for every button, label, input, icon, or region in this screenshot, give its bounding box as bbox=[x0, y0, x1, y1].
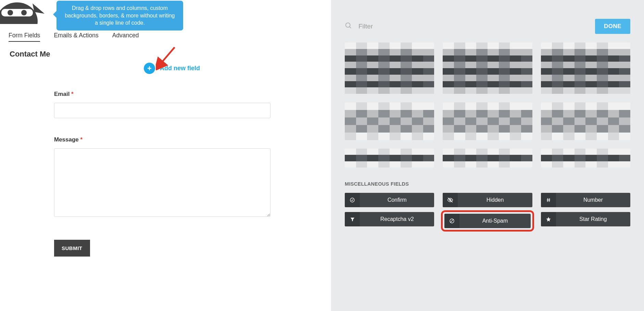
svg-point-4 bbox=[346, 23, 350, 27]
blurred-field-group bbox=[345, 42, 434, 94]
svg-line-12 bbox=[549, 198, 550, 202]
required-asterisk: * bbox=[80, 136, 83, 143]
field-chip-hidden[interactable]: Hidden bbox=[443, 193, 532, 207]
svg-point-3 bbox=[21, 10, 27, 15]
filter-icon bbox=[345, 212, 360, 226]
svg-line-11 bbox=[547, 198, 547, 202]
field-category-grid-3 bbox=[345, 149, 630, 167]
chip-label: Confirm bbox=[360, 193, 434, 207]
star-icon bbox=[541, 212, 556, 226]
blurred-field-group bbox=[345, 102, 434, 140]
filter-bar: DONE bbox=[345, 19, 630, 34]
blurred-field-group bbox=[541, 102, 630, 140]
chip-label: Anti-Spam bbox=[459, 214, 530, 228]
ban-icon bbox=[444, 214, 459, 228]
chip-label: Recaptcha v2 bbox=[360, 212, 434, 226]
chip-label: Number bbox=[556, 193, 630, 207]
section-misc-label: MISCELLANEOUS FIELDS bbox=[345, 181, 630, 187]
plus-icon: + bbox=[144, 63, 155, 74]
check-circle-icon bbox=[345, 193, 360, 207]
chip-label: Hidden bbox=[458, 193, 532, 207]
field-chip-star-rating[interactable]: Star Rating bbox=[541, 212, 630, 226]
filter-input[interactable] bbox=[357, 21, 595, 32]
svg-rect-1 bbox=[1, 9, 33, 16]
promo-tooltip: Drag & drop rows and columns, custom bac… bbox=[56, 1, 183, 30]
email-input[interactable] bbox=[54, 103, 270, 118]
form-title: Contact Me bbox=[10, 50, 50, 59]
hash-icon bbox=[541, 193, 556, 207]
field-category-grid-1 bbox=[345, 42, 630, 94]
tab-emails-actions[interactable]: Emails & Actions bbox=[54, 32, 98, 42]
field-chip-recaptcha[interactable]: Recaptcha v2 bbox=[345, 212, 434, 226]
blurred-field-group bbox=[443, 42, 532, 94]
svg-line-5 bbox=[350, 27, 351, 28]
field-message[interactable]: Message * bbox=[54, 136, 270, 218]
tooltip-text: Drag & drop rows and columns, custom bac… bbox=[65, 5, 175, 26]
tab-form-fields[interactable]: Form Fields bbox=[9, 32, 40, 42]
done-button[interactable]: DONE bbox=[595, 19, 630, 34]
misc-row-2: Recaptcha v2 Anti-Spam Star Rating bbox=[345, 212, 630, 230]
field-chip-anti-spam[interactable]: Anti-Spam bbox=[444, 214, 530, 228]
svg-point-2 bbox=[8, 10, 13, 15]
tab-advanced[interactable]: Advanced bbox=[112, 32, 139, 42]
field-chip-number[interactable]: Number bbox=[541, 193, 630, 207]
form-builder-panel: Drag & drop rows and columns, custom bac… bbox=[0, 0, 331, 311]
misc-row-1: Confirm Hidden Number bbox=[345, 193, 630, 207]
search-icon bbox=[345, 22, 352, 31]
highlight-anti-spam: Anti-Spam bbox=[441, 210, 534, 232]
svg-point-6 bbox=[350, 198, 354, 202]
blurred-field-group bbox=[541, 42, 630, 94]
field-category-grid-2 bbox=[345, 102, 630, 140]
blurred-field-group bbox=[443, 102, 532, 140]
chip-label: Star Rating bbox=[556, 212, 630, 226]
tabs-bar: Form Fields Emails & Actions Advanced bbox=[9, 32, 139, 42]
required-asterisk: * bbox=[71, 91, 74, 97]
add-new-field-label: Add new field bbox=[160, 65, 200, 72]
add-new-field-button[interactable]: + Add new field bbox=[144, 63, 200, 74]
blurred-field-group bbox=[345, 149, 434, 167]
blurred-field-group bbox=[541, 149, 630, 167]
field-library-panel: DONE bbox=[331, 0, 644, 311]
message-textarea[interactable] bbox=[54, 148, 270, 217]
email-label: Email * bbox=[54, 91, 270, 98]
ninja-logo bbox=[0, 0, 45, 24]
field-chip-confirm[interactable]: Confirm bbox=[345, 193, 434, 207]
svg-line-14 bbox=[451, 219, 454, 222]
field-email[interactable]: Email * bbox=[54, 91, 270, 118]
eye-off-icon bbox=[443, 193, 458, 207]
message-label: Message * bbox=[54, 136, 270, 143]
submit-button[interactable]: SUBMIT bbox=[54, 240, 90, 257]
blurred-field-group bbox=[443, 149, 532, 167]
